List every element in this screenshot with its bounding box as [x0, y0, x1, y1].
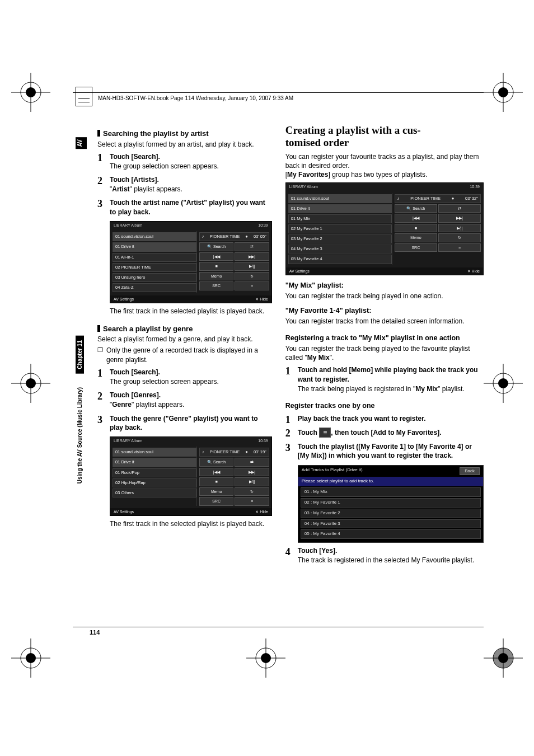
memo-button[interactable]: Memo: [199, 487, 233, 496]
list-item[interactable]: 02 Hip-Hop/Rap: [113, 478, 196, 487]
para: Select a playlist formed by an artist, a…: [97, 140, 272, 149]
src-button[interactable]: SRC: [395, 243, 437, 252]
list-icon[interactable]: ≡: [235, 281, 269, 290]
list-item[interactable]: 02 PIONEER TIME: [113, 263, 196, 272]
list-item[interactable]: 04 My Favorite 3: [288, 245, 392, 253]
para: The first track in the selected playlist…: [97, 519, 272, 528]
steps-genre: Touch [Search]. The group selection scre…: [97, 368, 272, 432]
list-item[interactable]: 01 My Mix: [288, 214, 392, 223]
footer-rule: [73, 627, 484, 627]
heading-search-artist: Searching the playlist by artist: [97, 129, 272, 139]
memo-button[interactable]: Memo: [199, 272, 233, 280]
shuffle-icon[interactable]: ⇄: [438, 204, 481, 213]
crop-mark-icon: [11, 73, 50, 112]
dialog-title: Add Tracks to Playlist (Drive it): [302, 467, 363, 476]
step-head: Touch the artist name ("Artist" playlist…: [110, 198, 272, 216]
step-body: "Artist" playlist appears.: [110, 185, 272, 194]
side-tab-av: AV: [76, 137, 87, 149]
list-item[interactable]: 05 My Favorite 4: [288, 255, 392, 264]
playpause-icon[interactable]: ▶/||: [438, 224, 481, 232]
back-button[interactable]: Back: [460, 467, 480, 476]
list-icon[interactable]: ≡: [319, 428, 331, 438]
list-icon[interactable]: ≡: [235, 497, 269, 505]
list-icon[interactable]: ≡: [438, 243, 481, 252]
steps-register-one: Play back the track you want to register…: [285, 414, 484, 461]
heading-register-mymix: Registering a track to "My Mix" playlist…: [285, 334, 484, 343]
heading-create-playlist: Creating a playlist with a cus- tomised …: [285, 124, 484, 149]
playpause-icon[interactable]: ▶/||: [235, 477, 269, 486]
list-item[interactable]: 03 Unsung hero: [113, 273, 196, 282]
para: Select a playlist formed by a genre, and…: [97, 335, 272, 344]
prev-icon[interactable]: |◀◀: [395, 214, 437, 222]
crop-mark-icon: [484, 638, 523, 678]
search-button[interactable]: 🔍 Search: [199, 458, 233, 466]
crop-mark-icon: [484, 73, 523, 112]
repeat-icon[interactable]: ↻: [438, 233, 481, 242]
list-item[interactable]: 03 My Favorite 2: [288, 234, 392, 243]
src-button[interactable]: SRC: [199, 497, 233, 505]
list-item[interactable]: 02 : My Favorite 1: [301, 498, 481, 508]
hide-button[interactable]: ✕ Hide: [255, 509, 268, 514]
para: The first track in the selected playlist…: [97, 307, 272, 316]
playpause-icon[interactable]: ▶/||: [235, 262, 269, 270]
list-item[interactable]: 04 Zeta-Z: [113, 283, 196, 292]
para: You can register the track being played …: [285, 344, 484, 362]
search-button[interactable]: 🔍 Search: [395, 204, 437, 213]
crop-mark-icon: [484, 364, 523, 403]
av-settings-button[interactable]: AV Settings: [114, 509, 134, 514]
list-item[interactable]: 01 : My Mix: [301, 487, 481, 497]
next-icon[interactable]: ▶▶|: [438, 214, 481, 222]
src-button[interactable]: SRC: [199, 281, 233, 290]
prev-icon[interactable]: |◀◀: [199, 468, 233, 476]
stop-icon[interactable]: ■: [395, 224, 437, 232]
av-settings-button[interactable]: AV Settings: [289, 269, 310, 274]
screenshot-add-tracks: Add Tracks to Playlist (Drive it) Back P…: [298, 465, 484, 543]
step-head: Touch [Artists].: [110, 175, 272, 184]
list-item[interactable]: 03 : My Favorite 2: [301, 509, 481, 518]
hide-button[interactable]: ✕ Hide: [467, 269, 480, 274]
step-head: Touch ≡, then touch [Add to My Favorites…: [298, 428, 484, 438]
note-list: Only the genre of a recorded track is di…: [97, 346, 272, 364]
crop-mark-icon: [11, 364, 50, 403]
book-header: MAN-HD3-SOFTW-EN.book Page 114 Wednesday…: [98, 95, 293, 101]
para: You can register tracks from the detaile…: [285, 317, 484, 326]
para: You can register your favourite tracks a…: [285, 152, 484, 170]
list-item[interactable]: 01 Rock/Pop: [113, 468, 196, 477]
shuffle-icon[interactable]: ⇄: [235, 458, 269, 466]
list-item[interactable]: 02 My Favorite 1: [288, 224, 392, 233]
shuffle-icon[interactable]: ⇄: [235, 242, 269, 251]
step-head: Play back the track you want to register…: [298, 414, 484, 423]
para: [My Favorites] group has two types of pl…: [285, 170, 484, 179]
steps-register-mymix: Touch and hold [Memo] while playing back…: [285, 365, 484, 393]
step-body: The group selection screen appears.: [110, 162, 272, 171]
step-head: Touch the playlist ([My Favorite 1] to […: [298, 442, 484, 460]
dialog-subtitle: Please select playlist to add track to.: [298, 477, 483, 486]
list-item[interactable]: 05 : My Favorite 4: [301, 529, 481, 539]
stop-icon[interactable]: ■: [199, 262, 233, 270]
av-settings-button[interactable]: AV Settings: [114, 297, 134, 302]
list-item[interactable]: 03 Others: [113, 489, 196, 497]
next-icon[interactable]: ▶▶|: [235, 468, 269, 476]
heading-register-one: Register tracks one by one: [285, 401, 484, 411]
hide-button[interactable]: ✕ Hide: [255, 297, 268, 302]
steps-register-one-cont: Touch [Yes]. The track is registered in …: [285, 546, 484, 565]
prev-icon[interactable]: |◀◀: [199, 252, 233, 261]
next-icon[interactable]: ▶▶|: [235, 252, 269, 261]
search-button[interactable]: 🔍 Search: [199, 242, 233, 251]
step-head: Touch [Search].: [110, 368, 272, 377]
para: You can register the track being played …: [285, 292, 484, 300]
list-item[interactable]: 01 All-in-1: [113, 253, 196, 262]
repeat-icon[interactable]: ↻: [235, 487, 269, 496]
screenshot-my-favorites: LIBRARY Album10:39 01 sound.vision.soul …: [285, 182, 484, 275]
stop-icon[interactable]: ■: [199, 477, 233, 486]
side-tabs: Chapter 11 Using the AV Source (Music Li…: [76, 336, 90, 488]
memo-button[interactable]: Memo: [395, 233, 437, 242]
heading-search-genre: Search a playlist by genre: [97, 324, 272, 334]
step-head: Touch [Search].: [110, 152, 272, 161]
note: Only the genre of a recorded track is di…: [106, 346, 272, 364]
list-item[interactable]: 04 : My Favorite 3: [301, 519, 481, 529]
heading-mymix: "My Mix" playlist:: [285, 281, 484, 290]
step-body: The group selection screen appears.: [110, 377, 272, 386]
repeat-icon[interactable]: ↻: [235, 272, 269, 280]
side-tab-chapter: Chapter 11: [76, 336, 84, 374]
